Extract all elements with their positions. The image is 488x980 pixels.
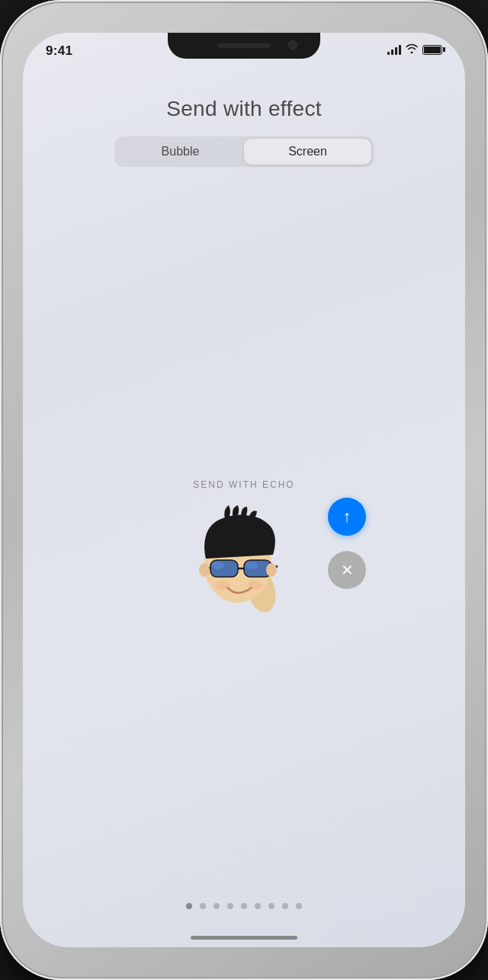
notch	[168, 33, 320, 59]
wifi-icon	[406, 43, 418, 56]
dot-1[interactable]	[186, 903, 192, 909]
front-camera	[288, 40, 297, 50]
arrow-up-icon: ↑	[343, 508, 352, 525]
phone-frame: 9:41	[0, 0, 488, 980]
dot-6[interactable]	[255, 903, 261, 909]
close-icon: ✕	[341, 562, 354, 578]
page-title: Send with effect	[166, 97, 322, 121]
home-indicator[interactable]	[191, 936, 297, 940]
dot-7[interactable]	[268, 903, 274, 909]
svg-point-15	[247, 581, 262, 590]
svg-point-17	[266, 563, 277, 577]
dot-5[interactable]	[241, 903, 247, 909]
memoji-sticker	[183, 505, 305, 627]
tab-switcher: Bubble Screen	[114, 136, 374, 167]
dot-9[interactable]	[296, 903, 302, 909]
tab-screen[interactable]: Screen	[244, 139, 371, 165]
svg-point-14	[215, 581, 230, 590]
phone-screen: 9:41	[23, 33, 465, 947]
signal-icon	[387, 44, 401, 55]
speaker	[217, 43, 271, 48]
dot-8[interactable]	[282, 903, 288, 909]
cancel-button[interactable]: ✕	[328, 551, 366, 589]
preview-area: SEND WITH ECHO	[23, 190, 465, 947]
dot-2[interactable]	[200, 903, 206, 909]
status-icons	[387, 43, 442, 56]
svg-point-16	[199, 563, 210, 577]
page-dots	[186, 903, 302, 909]
effect-label: SEND WITH ECHO	[193, 479, 294, 490]
send-button[interactable]: ↑	[328, 498, 366, 536]
main-content: Send with effect Bubble Screen SEND WITH…	[23, 33, 465, 947]
battery-icon	[422, 45, 442, 55]
dot-4[interactable]	[227, 903, 233, 909]
status-time: 9:41	[46, 43, 72, 59]
tab-bubble[interactable]: Bubble	[117, 139, 244, 165]
dot-3[interactable]	[214, 903, 220, 909]
svg-point-8	[212, 562, 224, 569]
memoji-container: ↑ ✕	[183, 505, 305, 627]
svg-point-9	[246, 562, 258, 569]
